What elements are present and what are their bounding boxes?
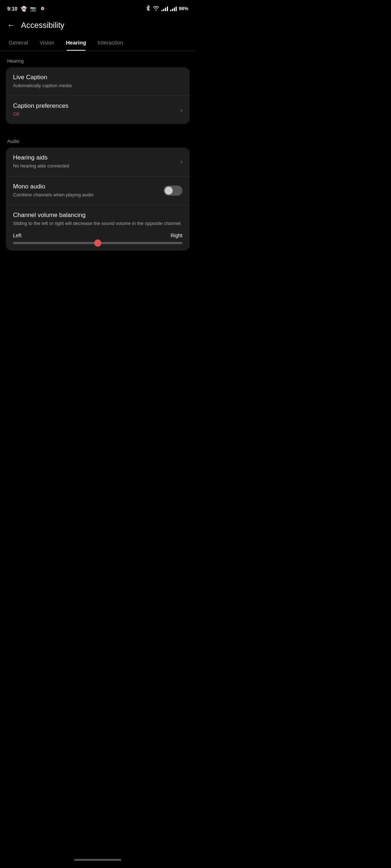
hearing-aids-chevron: › [180,158,182,166]
caption-preferences-subtitle: Off [13,111,176,118]
snapchat-icon [20,5,27,12]
tab-vision[interactable]: Vision [34,34,60,51]
live-caption-item[interactable]: Live Caption Automatically caption media [6,67,190,95]
mono-audio-title: Mono audio [13,183,164,190]
app-icon-3: ⚙ [39,5,46,12]
bluetooth-icon [146,5,151,12]
mono-audio-content: Mono audio Combine channels when playing… [13,183,164,198]
status-bar: 9:10 ⚙ 98% [0,0,196,15]
mono-audio-row: Mono audio Combine channels when playing… [13,183,182,198]
channel-volume-subtitle: Sliding to the left or right will decrea… [13,220,182,227]
status-time: 9:10 ⚙ [7,5,46,12]
section-label-audio: Audio [0,131,196,148]
tab-general[interactable]: General [3,34,34,51]
mono-audio-toggle[interactable] [164,186,182,196]
channel-volume-item: Channel volume balancing Sliding to the … [6,205,190,251]
battery-percent: 98% [179,6,188,11]
wifi-icon [153,5,159,12]
slider-right-label: Right [171,233,182,238]
tab-interaction[interactable]: Interaction [92,34,129,51]
channel-volume-title: Channel volume balancing [13,212,182,219]
caption-preferences-item[interactable]: Caption preferences Off › [6,95,190,124]
mono-audio-item: Mono audio Combine channels when playing… [6,176,190,205]
toggle-knob [165,187,173,195]
hearing-aids-row: Hearing aids No hearing aids connected › [13,154,182,169]
slider-thumb[interactable] [94,239,101,247]
caption-preferences-row: Caption preferences Off › [13,102,182,118]
channel-volume-slider[interactable] [13,242,182,244]
caption-preferences-title: Caption preferences [13,102,176,110]
mono-audio-subtitle: Combine channels when playing audio [13,192,164,198]
slider-fill-right [98,242,182,244]
time-display: 9:10 [7,6,17,12]
hearing-aids-item[interactable]: Hearing aids No hearing aids connected › [6,148,190,176]
hearing-aids-title: Hearing aids [13,154,176,161]
caption-preferences-chevron: › [180,106,182,114]
signal-bars-1 [161,6,168,11]
slider-left-label: Left [13,233,21,238]
slider-fill-left [13,242,98,244]
page-title: Accessibility [21,21,64,30]
caption-preferences-content: Caption preferences Off [13,102,176,118]
section-label-hearing: Hearing [0,51,196,67]
audio-card: Hearing aids No hearing aids connected ›… [6,148,190,251]
tab-hearing[interactable]: Hearing [60,34,92,51]
live-caption-title: Live Caption [13,74,182,81]
tabs-container: General Vision Hearing Interaction [0,34,196,51]
back-button[interactable]: ← [7,21,15,30]
slider-labels: Left Right [13,233,182,238]
hearing-aids-content: Hearing aids No hearing aids connected [13,154,176,169]
hearing-card: Live Caption Automatically caption media… [6,67,190,124]
spacer [0,258,196,287]
header: ← Accessibility [0,15,196,34]
instagram-icon [30,5,36,12]
live-caption-subtitle: Automatically caption media [13,82,182,89]
signal-bars-2 [170,6,177,11]
status-indicators: 98% [146,5,188,12]
hearing-aids-subtitle: No hearing aids connected [13,163,176,169]
